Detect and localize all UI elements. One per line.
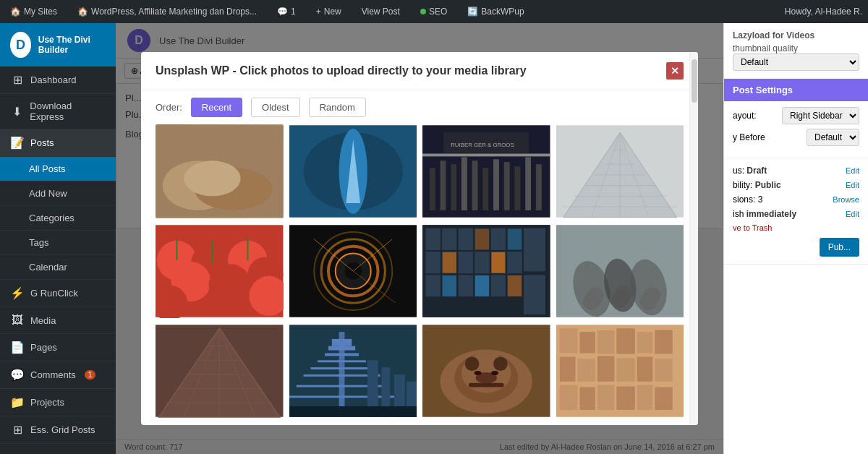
- sidebar-item-comments[interactable]: 💬 Comments 1: [0, 361, 116, 389]
- display-select[interactable]: Default: [807, 129, 859, 146]
- photo-item-12[interactable]: [556, 324, 684, 418]
- modal-backdrop: Unsplash WP - Click photos to upload dir…: [116, 23, 723, 454]
- edit-status-link[interactable]: Edit: [846, 166, 859, 175]
- sidebar-item-download-express[interactable]: ⬇ Download Express: [0, 94, 116, 129]
- sidebar-item-projects[interactable]: 📁 Projects: [0, 389, 116, 416]
- comment-icon: 💬: [277, 7, 288, 17]
- g-runclick-icon: ⚡: [10, 286, 25, 300]
- svg-rect-69: [508, 228, 522, 249]
- sidebar-item-g-runclick[interactable]: ⚡ G RunClick: [0, 280, 116, 307]
- layout-select[interactable]: Right Sidebar: [782, 107, 859, 124]
- admin-bar-new[interactable]: + New: [312, 0, 346, 23]
- dashboard-link[interactable]: ⊞ Dashboard: [0, 67, 116, 93]
- admin-bar-comments[interactable]: 💬 1: [273, 0, 300, 23]
- admin-bar-seo[interactable]: SEO: [416, 0, 451, 23]
- order-oldest-button[interactable]: Oldest: [251, 98, 300, 117]
- svg-rect-128: [559, 328, 577, 353]
- photo-item-4[interactable]: [556, 124, 684, 218]
- pages-label: Pages: [30, 342, 57, 353]
- photo-item-7[interactable]: [422, 224, 550, 318]
- browse-revisions-link[interactable]: Browse: [833, 195, 859, 204]
- comments-link[interactable]: 💬 Comments 1: [0, 361, 116, 388]
- calendar-link[interactable]: Calendar: [0, 255, 116, 279]
- svg-rect-66: [459, 275, 473, 296]
- dashboard-icon: ⊞: [10, 73, 25, 87]
- svg-rect-11: [451, 164, 456, 210]
- add-new-link[interactable]: Add New: [0, 181, 116, 205]
- calendar-label: Calendar: [29, 262, 67, 273]
- order-random-button[interactable]: Random: [309, 98, 366, 117]
- sidebar-item-pages[interactable]: 📄 Pages: [0, 334, 116, 361]
- svg-rect-16: [504, 162, 510, 210]
- photo-item-6[interactable]: [289, 224, 417, 318]
- publish-button[interactable]: Pub...: [820, 238, 859, 257]
- svg-rect-111: [289, 395, 394, 398]
- svg-rect-64: [426, 275, 441, 296]
- sidebar-logo[interactable]: D Use The Divi Builder: [0, 23, 116, 67]
- ess-grid-label: Ess. Grid Posts: [30, 424, 95, 435]
- publish-row: ish immediately Edit: [733, 209, 859, 219]
- admin-bar-view-post[interactable]: View Post: [357, 0, 404, 23]
- status-label: us: Draft: [733, 166, 767, 176]
- svg-rect-9: [430, 168, 435, 210]
- media-link[interactable]: 🖼 Media: [0, 307, 116, 333]
- thumbnail-quality-select[interactable]: Default: [733, 53, 859, 71]
- photo-item-2[interactable]: [289, 124, 417, 218]
- svg-rect-62: [442, 252, 456, 273]
- sidebar-item-ess-grid[interactable]: ⊞ Ess. Grid Posts: [0, 416, 116, 444]
- schedule-label: sions: 3: [733, 194, 762, 205]
- posts-link[interactable]: 📝 Posts: [0, 129, 116, 156]
- svg-rect-124: [469, 383, 504, 387]
- svg-point-88: [615, 286, 632, 303]
- photo-item-5[interactable]: [156, 224, 284, 318]
- photo-item-8[interactable]: [556, 224, 684, 318]
- sidebar-item-posts[interactable]: 📝 Posts: [0, 129, 116, 157]
- modal-close-button[interactable]: ✕: [666, 62, 684, 80]
- svg-point-86: [587, 288, 604, 305]
- sidebar-item-contact[interactable]: ✉ Contact: [0, 444, 116, 454]
- pages-link[interactable]: 📄 Pages: [0, 334, 116, 361]
- order-label: Order:: [156, 102, 182, 113]
- admin-bar-site[interactable]: 🏠 WordPress, Affiliate Marketing dan Dro…: [73, 0, 261, 23]
- right-sidebar: Lazyload for Videos thumbnail quality De…: [723, 23, 868, 454]
- all-posts-link[interactable]: All Posts: [0, 157, 116, 181]
- photo-item-10[interactable]: [289, 324, 417, 418]
- sidebar-item-media[interactable]: 🖼 Media: [0, 307, 116, 334]
- g-runclick-label: G RunClick: [30, 288, 78, 299]
- scroll-thumb[interactable]: [692, 59, 697, 103]
- photo-item-11[interactable]: [422, 324, 550, 418]
- download-express-label: Download Express: [30, 100, 106, 122]
- ess-grid-link[interactable]: ⊞ Ess. Grid Posts: [0, 416, 116, 443]
- admin-bar-user: Howdy, Al-Hadee R.: [785, 7, 862, 17]
- sidebar-menu: ⊞ Dashboard ⬇ Download Express 📝 Posts A…: [0, 67, 116, 454]
- photo-item-3[interactable]: RUIBER GER & GROOS: [422, 124, 550, 218]
- edit-visibility-link[interactable]: Edit: [846, 181, 859, 189]
- photo-item-9[interactable]: [156, 324, 284, 418]
- photo-placeholder-1: [156, 124, 284, 218]
- sidebar-item-calendar[interactable]: Calendar: [0, 255, 116, 280]
- sidebar-item-tags[interactable]: Tags: [0, 231, 116, 255]
- g-runclick-link[interactable]: ⚡ G RunClick: [0, 280, 116, 307]
- my-sites-label: My Sites: [24, 7, 57, 17]
- edit-publish-link[interactable]: Edit: [846, 210, 859, 218]
- svg-rect-141: [579, 387, 595, 410]
- order-recent-button[interactable]: Recent: [191, 98, 242, 117]
- svg-rect-136: [597, 356, 614, 381]
- sidebar-item-all-posts[interactable]: All Posts: [0, 157, 116, 181]
- admin-bar-backwpup[interactable]: 🔄 BackWPup: [463, 0, 528, 23]
- admin-bar-my-sites[interactable]: 🏠 My Sites: [6, 0, 61, 23]
- add-new-label: Add New: [29, 188, 67, 199]
- contact-link[interactable]: ✉ Contact: [0, 444, 116, 454]
- download-express-link[interactable]: ⬇ Download Express: [0, 94, 116, 129]
- svg-rect-76: [508, 275, 522, 296]
- tags-link[interactable]: Tags: [0, 231, 116, 254]
- sidebar-item-categories[interactable]: Categories: [0, 206, 116, 231]
- projects-link[interactable]: 📁 Projects: [0, 389, 116, 416]
- sidebar-item-add-new[interactable]: Add New: [0, 181, 116, 206]
- photo-item-1[interactable]: [156, 124, 284, 218]
- sidebar-item-dashboard[interactable]: ⊞ Dashboard: [0, 67, 116, 94]
- modal-scrollbar[interactable]: [689, 52, 698, 425]
- categories-link[interactable]: Categories: [0, 206, 116, 230]
- svg-point-121: [465, 356, 480, 371]
- move-to-trash-link[interactable]: ve to Trash: [733, 223, 772, 232]
